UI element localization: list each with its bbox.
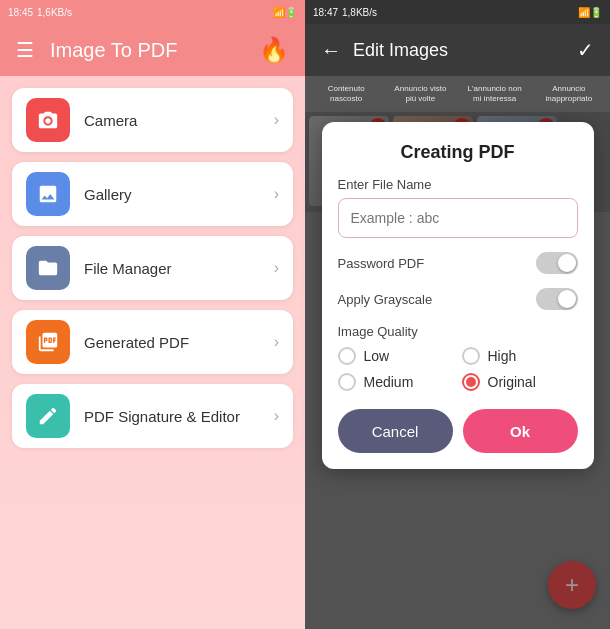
file-name-input[interactable] [338, 198, 578, 238]
edit-images-title: Edit Images [353, 40, 565, 61]
gallery-chevron: › [274, 185, 279, 203]
left-info: 1,6KB/s [37, 7, 72, 18]
password-label: Password PDF [338, 256, 425, 271]
quality-options-grid: Low High Medium Original [338, 347, 578, 391]
right-time: 18:47 [313, 7, 338, 18]
quality-option-low[interactable]: Low [338, 347, 454, 365]
right-status-right: 📶🔋 [578, 7, 602, 18]
radio-high [462, 347, 480, 365]
menu-item-camera[interactable]: Camera › [12, 88, 293, 152]
hamburger-icon[interactable]: ☰ [16, 38, 34, 62]
grayscale-toggle[interactable] [536, 288, 578, 310]
right-panel: 18:47 1,8KB/s 📶🔋 ← Edit Images ✓ Contenu… [305, 0, 610, 629]
camera-icon [26, 98, 70, 142]
menu-list: Camera › Gallery › File Manager › [0, 76, 305, 460]
radio-original-fill [466, 377, 476, 387]
signature-icon [26, 394, 70, 438]
grayscale-row: Apply Grayscale [338, 288, 578, 310]
gallery-label: Gallery [84, 186, 260, 203]
quality-section: Image Quality Low High Medium [338, 324, 578, 391]
camera-label: Camera [84, 112, 260, 129]
left-time: 18:45 [8, 7, 33, 18]
quality-option-high[interactable]: High [462, 347, 578, 365]
menu-item-gallery[interactable]: Gallery › [12, 162, 293, 226]
quality-option-original[interactable]: Original [462, 373, 578, 391]
radio-original [462, 373, 480, 391]
quality-original-label: Original [488, 374, 536, 390]
file-name-section: Enter File Name [338, 177, 578, 238]
pdf-signature-chevron: › [274, 407, 279, 425]
radio-low [338, 347, 356, 365]
password-row: Password PDF [338, 252, 578, 274]
generated-pdf-chevron: › [274, 333, 279, 351]
back-icon[interactable]: ← [321, 39, 341, 62]
quality-section-label: Image Quality [338, 324, 578, 339]
grayscale-label: Apply Grayscale [338, 292, 433, 307]
right-status-left: 18:47 1,8KB/s [313, 7, 377, 18]
right-status-bar: 18:47 1,8KB/s 📶🔋 [305, 0, 610, 24]
right-info: 1,8KB/s [342, 7, 377, 18]
file-manager-label: File Manager [84, 260, 260, 277]
gallery-icon [26, 172, 70, 216]
modal-title: Creating PDF [338, 142, 578, 163]
check-icon[interactable]: ✓ [577, 38, 594, 62]
left-status-right: 📶🔋 [273, 7, 297, 18]
radio-medium [338, 373, 356, 391]
app-title: Image To PDF [50, 39, 243, 62]
quality-high-label: High [488, 348, 517, 364]
ad-item-3[interactable]: Annuncio inappropriato [532, 84, 606, 103]
menu-item-file-manager[interactable]: File Manager › [12, 236, 293, 300]
generated-pdf-label: Generated PDF [84, 334, 260, 351]
left-header: ☰ Image To PDF 🔥 [0, 24, 305, 76]
quality-medium-label: Medium [364, 374, 414, 390]
ok-button[interactable]: Ok [463, 409, 578, 453]
ad-item-2[interactable]: L'annuncio non mi interessa [458, 84, 532, 103]
file-icon [26, 246, 70, 290]
camera-chevron: › [274, 111, 279, 129]
file-manager-chevron: › [274, 259, 279, 277]
pdf-icon [26, 320, 70, 364]
ad-item-1[interactable]: Annuncio visto più volte [383, 84, 457, 103]
modal-overlay: Creating PDF Enter File Name Password PD… [305, 112, 610, 629]
ad-item-0[interactable]: Contenuto nascosto [309, 84, 383, 103]
quality-low-label: Low [364, 348, 390, 364]
menu-item-pdf-signature[interactable]: PDF Signature & Editor › [12, 384, 293, 448]
file-name-label: Enter File Name [338, 177, 578, 192]
left-status-bar: 18:45 1,6KB/s 📶🔋 [0, 0, 305, 24]
right-status-icons: 📶🔋 [578, 7, 602, 18]
left-status-icons: 📶🔋 [273, 7, 297, 18]
password-toggle[interactable] [536, 252, 578, 274]
password-toggle-knob [558, 254, 576, 272]
left-status-left: 18:45 1,6KB/s [8, 7, 72, 18]
pdf-signature-label: PDF Signature & Editor [84, 408, 260, 425]
modal-buttons: Cancel Ok [338, 409, 578, 453]
left-panel: 18:45 1,6KB/s 📶🔋 ☰ Image To PDF 🔥 Camera… [0, 0, 305, 629]
grayscale-toggle-knob [558, 290, 576, 308]
quality-option-medium[interactable]: Medium [338, 373, 454, 391]
creating-pdf-modal: Creating PDF Enter File Name Password PD… [322, 122, 594, 469]
ad-bar: Contenuto nascosto Annuncio visto più vo… [305, 76, 610, 112]
right-header: ← Edit Images ✓ [305, 24, 610, 76]
cancel-button[interactable]: Cancel [338, 409, 453, 453]
fire-icon: 🔥 [259, 36, 289, 64]
menu-item-generated-pdf[interactable]: Generated PDF › [12, 310, 293, 374]
